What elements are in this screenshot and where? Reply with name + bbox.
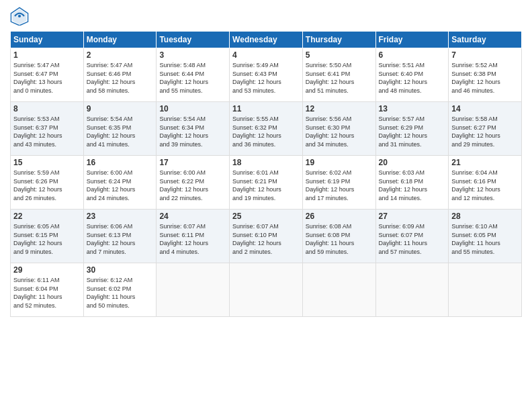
calendar-cell bbox=[230, 263, 303, 317]
header bbox=[10, 7, 522, 26]
calendar-cell: 18Sunrise: 6:01 AMSunset: 6:21 PMDayligh… bbox=[230, 156, 303, 210]
calendar-cell bbox=[302, 263, 375, 317]
day-number: 24 bbox=[159, 212, 226, 221]
calendar-cell: 1Sunrise: 5:47 AMSunset: 6:47 PMDaylight… bbox=[11, 48, 84, 102]
logo-icon bbox=[10, 7, 29, 26]
day-info: Sunrise: 5:58 AMSunset: 6:27 PMDaylight:… bbox=[451, 115, 519, 148]
calendar-cell: 12Sunrise: 5:56 AMSunset: 6:30 PMDayligh… bbox=[302, 102, 375, 156]
calendar-cell: 10Sunrise: 5:54 AMSunset: 6:34 PMDayligh… bbox=[157, 102, 230, 156]
calendar-cell bbox=[449, 263, 522, 317]
calendar-row-3: 15Sunrise: 5:59 AMSunset: 6:26 PMDayligh… bbox=[11, 156, 522, 210]
day-number: 8 bbox=[13, 104, 81, 113]
day-info: Sunrise: 6:06 AMSunset: 6:13 PMDaylight:… bbox=[87, 222, 154, 256]
calendar-cell: 9Sunrise: 5:54 AMSunset: 6:35 PMDaylight… bbox=[83, 102, 157, 156]
day-info: Sunrise: 5:59 AMSunset: 6:26 PMDaylight:… bbox=[13, 169, 81, 202]
day-info: Sunrise: 6:02 AMSunset: 6:19 PMDaylight:… bbox=[306, 169, 373, 202]
day-info: Sunrise: 5:54 AMSunset: 6:35 PMDaylight:… bbox=[87, 115, 154, 148]
calendar-cell: 11Sunrise: 5:55 AMSunset: 6:32 PMDayligh… bbox=[230, 102, 303, 156]
day-number: 25 bbox=[232, 212, 300, 221]
day-number: 5 bbox=[306, 50, 373, 60]
day-number: 2 bbox=[87, 50, 154, 60]
day-info: Sunrise: 5:47 AMSunset: 6:46 PMDaylight:… bbox=[87, 61, 154, 95]
day-number: 3 bbox=[159, 50, 226, 60]
col-header-friday: Friday bbox=[375, 32, 449, 48]
day-info: Sunrise: 6:01 AMSunset: 6:21 PMDaylight:… bbox=[232, 169, 300, 202]
day-info: Sunrise: 5:48 AMSunset: 6:44 PMDaylight:… bbox=[159, 61, 226, 95]
header-row: SundayMondayTuesdayWednesdayThursdayFrid… bbox=[11, 32, 522, 48]
calendar-row-2: 8Sunrise: 5:53 AMSunset: 6:37 PMDaylight… bbox=[11, 102, 522, 156]
calendar-cell: 4Sunrise: 5:49 AMSunset: 6:43 PMDaylight… bbox=[230, 48, 303, 102]
day-info: Sunrise: 5:52 AMSunset: 6:38 PMDaylight:… bbox=[451, 61, 519, 95]
day-number: 27 bbox=[379, 212, 446, 221]
day-number: 21 bbox=[451, 158, 519, 167]
day-number: 26 bbox=[306, 212, 373, 221]
calendar-cell: 19Sunrise: 6:02 AMSunset: 6:19 PMDayligh… bbox=[302, 156, 375, 210]
day-info: Sunrise: 6:12 AMSunset: 6:02 PMDaylight:… bbox=[87, 276, 154, 310]
logo bbox=[10, 7, 32, 26]
calendar-cell: 28Sunrise: 6:10 AMSunset: 6:05 PMDayligh… bbox=[449, 210, 522, 263]
day-info: Sunrise: 6:09 AMSunset: 6:07 PMDaylight:… bbox=[379, 222, 446, 256]
calendar-cell: 16Sunrise: 6:00 AMSunset: 6:24 PMDayligh… bbox=[83, 156, 157, 210]
calendar-cell: 25Sunrise: 6:07 AMSunset: 6:10 PMDayligh… bbox=[230, 210, 303, 263]
day-number: 14 bbox=[451, 104, 519, 113]
day-info: Sunrise: 5:56 AMSunset: 6:30 PMDaylight:… bbox=[306, 115, 373, 148]
calendar-cell: 24Sunrise: 6:07 AMSunset: 6:11 PMDayligh… bbox=[157, 210, 230, 263]
calendar-cell: 13Sunrise: 5:57 AMSunset: 6:29 PMDayligh… bbox=[375, 102, 449, 156]
day-info: Sunrise: 6:00 AMSunset: 6:24 PMDaylight:… bbox=[87, 169, 154, 202]
calendar-cell: 26Sunrise: 6:08 AMSunset: 6:08 PMDayligh… bbox=[302, 210, 375, 263]
day-info: Sunrise: 6:05 AMSunset: 6:15 PMDaylight:… bbox=[13, 222, 81, 256]
calendar-row-1: 1Sunrise: 5:47 AMSunset: 6:47 PMDaylight… bbox=[11, 48, 522, 102]
day-number: 17 bbox=[159, 158, 226, 167]
day-number: 16 bbox=[87, 158, 154, 167]
day-info: Sunrise: 6:07 AMSunset: 6:10 PMDaylight:… bbox=[232, 222, 300, 256]
day-info: Sunrise: 6:00 AMSunset: 6:22 PMDaylight:… bbox=[159, 169, 226, 202]
calendar-cell: 14Sunrise: 5:58 AMSunset: 6:27 PMDayligh… bbox=[449, 102, 522, 156]
calendar-cell: 30Sunrise: 6:12 AMSunset: 6:02 PMDayligh… bbox=[83, 263, 157, 317]
day-number: 19 bbox=[306, 158, 373, 167]
day-number: 23 bbox=[87, 212, 154, 221]
calendar-cell: 5Sunrise: 5:50 AMSunset: 6:41 PMDaylight… bbox=[302, 48, 375, 102]
day-info: Sunrise: 6:08 AMSunset: 6:08 PMDaylight:… bbox=[306, 222, 373, 256]
day-info: Sunrise: 6:07 AMSunset: 6:11 PMDaylight:… bbox=[159, 222, 226, 256]
calendar-table: SundayMondayTuesdayWednesdayThursdayFrid… bbox=[10, 31, 522, 317]
day-info: Sunrise: 5:53 AMSunset: 6:37 PMDaylight:… bbox=[13, 115, 81, 148]
day-number: 20 bbox=[379, 158, 446, 167]
day-info: Sunrise: 5:55 AMSunset: 6:32 PMDaylight:… bbox=[232, 115, 300, 148]
day-number: 22 bbox=[13, 212, 81, 221]
day-info: Sunrise: 6:11 AMSunset: 6:04 PMDaylight:… bbox=[13, 276, 81, 310]
day-info: Sunrise: 6:04 AMSunset: 6:16 PMDaylight:… bbox=[451, 169, 519, 202]
day-number: 4 bbox=[232, 50, 300, 60]
day-number: 6 bbox=[379, 50, 446, 60]
col-header-tuesday: Tuesday bbox=[157, 32, 230, 48]
calendar-cell: 20Sunrise: 6:03 AMSunset: 6:18 PMDayligh… bbox=[375, 156, 449, 210]
calendar-cell: 22Sunrise: 6:05 AMSunset: 6:15 PMDayligh… bbox=[11, 210, 84, 263]
day-number: 28 bbox=[451, 212, 519, 221]
calendar-cell: 29Sunrise: 6:11 AMSunset: 6:04 PMDayligh… bbox=[11, 263, 84, 317]
day-number: 11 bbox=[232, 104, 300, 113]
calendar-cell: 23Sunrise: 6:06 AMSunset: 6:13 PMDayligh… bbox=[83, 210, 157, 263]
col-header-monday: Monday bbox=[83, 32, 157, 48]
calendar-cell: 8Sunrise: 5:53 AMSunset: 6:37 PMDaylight… bbox=[11, 102, 84, 156]
col-header-saturday: Saturday bbox=[449, 32, 522, 48]
day-number: 13 bbox=[379, 104, 446, 113]
page-container: SundayMondayTuesdayWednesdayThursdayFrid… bbox=[0, 0, 532, 324]
calendar-cell bbox=[157, 263, 230, 317]
calendar-cell: 15Sunrise: 5:59 AMSunset: 6:26 PMDayligh… bbox=[11, 156, 84, 210]
day-info: Sunrise: 5:54 AMSunset: 6:34 PMDaylight:… bbox=[159, 115, 226, 148]
day-info: Sunrise: 5:47 AMSunset: 6:47 PMDaylight:… bbox=[13, 61, 81, 95]
day-number: 30 bbox=[87, 265, 154, 275]
day-number: 12 bbox=[306, 104, 373, 113]
calendar-cell: 17Sunrise: 6:00 AMSunset: 6:22 PMDayligh… bbox=[157, 156, 230, 210]
day-number: 18 bbox=[232, 158, 300, 167]
day-number: 1 bbox=[13, 50, 81, 60]
col-header-wednesday: Wednesday bbox=[230, 32, 303, 48]
calendar-cell: 7Sunrise: 5:52 AMSunset: 6:38 PMDaylight… bbox=[449, 48, 522, 102]
calendar-row-4: 22Sunrise: 6:05 AMSunset: 6:15 PMDayligh… bbox=[11, 210, 522, 263]
day-info: Sunrise: 5:57 AMSunset: 6:29 PMDaylight:… bbox=[379, 115, 446, 148]
day-number: 9 bbox=[87, 104, 154, 113]
calendar-cell bbox=[375, 263, 449, 317]
svg-point-2 bbox=[18, 15, 21, 17]
calendar-cell: 27Sunrise: 6:09 AMSunset: 6:07 PMDayligh… bbox=[375, 210, 449, 263]
day-info: Sunrise: 5:49 AMSunset: 6:43 PMDaylight:… bbox=[232, 61, 300, 95]
calendar-cell: 2Sunrise: 5:47 AMSunset: 6:46 PMDaylight… bbox=[83, 48, 157, 102]
